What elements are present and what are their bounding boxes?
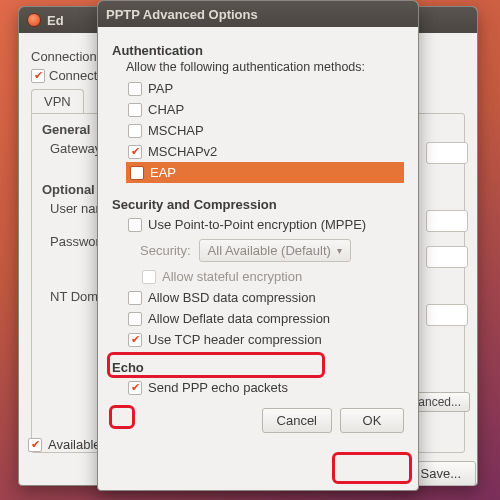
connect-auto-checkbox[interactable] [31, 69, 45, 83]
nt-domain-input[interactable] [426, 304, 468, 326]
auth-mschap-label: MSCHAP [148, 123, 204, 138]
tcp-checkbox[interactable] [128, 333, 142, 347]
echo-section-head: Echo [112, 360, 404, 375]
available-checkbox[interactable] [28, 438, 42, 452]
auth-pap-checkbox[interactable] [128, 82, 142, 96]
deflate-row[interactable]: Allow Deflate data compression [126, 308, 404, 329]
sec-section-head: Security and Compression [112, 197, 404, 212]
username-input[interactable] [426, 210, 468, 232]
cancel-button[interactable]: Cancel [262, 408, 332, 433]
edit-window-title: Ed [47, 13, 64, 28]
password-input[interactable] [426, 246, 468, 268]
auth-subtext: Allow the following authentication metho… [126, 60, 404, 74]
auth-pap-row[interactable]: PAP [126, 78, 404, 99]
tab-vpn[interactable]: VPN [31, 89, 84, 113]
close-icon[interactable] [27, 13, 41, 27]
security-label: Security: [140, 243, 191, 258]
auth-mschapv2-row[interactable]: MSCHAPv2 [126, 141, 404, 162]
auth-chap-label: CHAP [148, 102, 184, 117]
tcp-row[interactable]: Use TCP header compression [126, 329, 404, 350]
auth-section-head: Authentication [112, 43, 404, 58]
pptp-titlebar: PPTP Advanced Options [98, 1, 418, 27]
auth-eap-checkbox[interactable] [130, 166, 144, 180]
auth-eap-row[interactable]: EAP [126, 162, 404, 183]
auth-methods-list: PAP CHAP MSCHAP MSCHAPv2 EAP [126, 78, 404, 183]
auth-eap-label: EAP [150, 165, 176, 180]
security-value: All Available (Default) [208, 243, 331, 258]
pptp-title: PPTP Advanced Options [106, 7, 410, 22]
stateful-checkbox [142, 270, 156, 284]
mppe-row[interactable]: Use Point-to-Point encryption (MPPE) [126, 214, 404, 235]
echo-checkbox[interactable] [128, 381, 142, 395]
bsd-checkbox[interactable] [128, 291, 142, 305]
auth-mschapv2-label: MSCHAPv2 [148, 144, 217, 159]
auth-chap-checkbox[interactable] [128, 103, 142, 117]
deflate-checkbox[interactable] [128, 312, 142, 326]
auth-chap-row[interactable]: CHAP [126, 99, 404, 120]
auth-mschapv2-checkbox[interactable] [128, 145, 142, 159]
gateway-input[interactable] [426, 142, 468, 164]
security-combo: All Available (Default) ▾ [199, 239, 351, 262]
pptp-advanced-dialog: PPTP Advanced Options Authentication All… [97, 0, 419, 491]
tcp-label: Use TCP header compression [148, 332, 322, 347]
auth-mschap-checkbox[interactable] [128, 124, 142, 138]
bsd-label: Allow BSD data compression [148, 290, 316, 305]
stateful-row: Allow stateful encryption [140, 266, 404, 287]
stateful-label: Allow stateful encryption [162, 269, 302, 284]
mppe-label: Use Point-to-Point encryption (MPPE) [148, 217, 366, 232]
chevron-down-icon: ▾ [337, 245, 342, 256]
auth-mschap-row[interactable]: MSCHAP [126, 120, 404, 141]
mppe-checkbox[interactable] [128, 218, 142, 232]
bsd-row[interactable]: Allow BSD data compression [126, 287, 404, 308]
echo-label: Send PPP echo packets [148, 380, 288, 395]
deflate-label: Allow Deflate data compression [148, 311, 330, 326]
echo-row[interactable]: Send PPP echo packets [126, 377, 404, 398]
ok-button[interactable]: OK [340, 408, 404, 433]
auth-pap-label: PAP [148, 81, 173, 96]
